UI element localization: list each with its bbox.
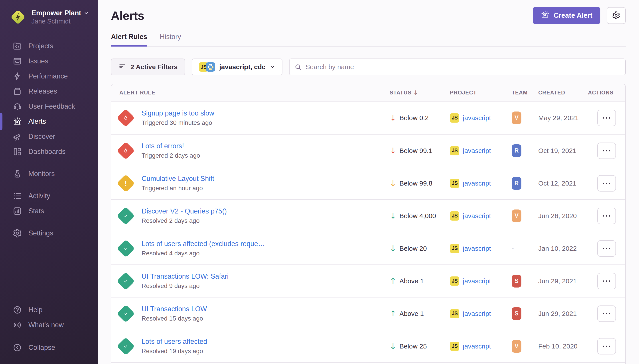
critical-icon bbox=[117, 142, 135, 160]
alert-rule-link[interactable]: Discover V2 - Queries p75() bbox=[142, 207, 227, 215]
sidebar-item-collapse[interactable]: Collapse bbox=[0, 340, 98, 355]
alert-rule-status-text: Resolved 2 days ago bbox=[142, 217, 227, 224]
tab-history[interactable]: History bbox=[160, 33, 181, 46]
javascript-platform-icon: JS bbox=[450, 146, 459, 156]
org-logo bbox=[9, 8, 27, 26]
sidebar-item-issues[interactable]: Issues bbox=[0, 54, 98, 69]
sidebar-item-settings[interactable]: Settings bbox=[0, 226, 98, 241]
alert-rule-link[interactable]: Signup page is too slow bbox=[142, 109, 214, 117]
org-switcher[interactable]: Empower Plant Jane Schmidt bbox=[0, 0, 98, 26]
page-title: Alerts bbox=[111, 9, 144, 22]
table-row bbox=[111, 362, 625, 364]
project-link[interactable]: javascript bbox=[463, 277, 491, 285]
arrow-down-icon: ↓ bbox=[390, 114, 396, 122]
org-name: Empower Plant bbox=[32, 9, 81, 18]
main-content: Alerts Create Alert Alert Rules History bbox=[98, 0, 639, 364]
search-input[interactable] bbox=[289, 58, 626, 75]
sidebar-footer: Help What's new Collapse bbox=[0, 302, 98, 364]
project-link[interactable]: javascript bbox=[463, 342, 491, 350]
alert-rule-link[interactable]: Lots of users affected (excludes reque… bbox=[142, 240, 265, 248]
table-row: UI Transactions LOW: Safari Resolved 9 d… bbox=[111, 264, 625, 297]
chevron-down-icon bbox=[269, 64, 275, 70]
team-none: - bbox=[512, 245, 514, 252]
created-date: Jan 10, 2022 bbox=[538, 245, 588, 252]
created-date: May 29, 2021 bbox=[538, 114, 588, 122]
project-link[interactable]: javascript bbox=[463, 114, 491, 122]
filter-icon bbox=[119, 62, 126, 72]
row-actions-button[interactable] bbox=[597, 208, 616, 224]
sidebar-item-discover[interactable]: Discover bbox=[0, 129, 98, 144]
user-name: Jane Schmidt bbox=[32, 18, 71, 25]
sidebar-item-dashboards[interactable]: Dashboards bbox=[0, 144, 98, 159]
alert-rule-status-text: Resolved 9 days ago bbox=[142, 282, 228, 290]
table-row: Lots of errors! Triggered 2 days ago ↓ B… bbox=[111, 134, 625, 167]
project-link[interactable]: javascript bbox=[463, 245, 491, 252]
siren-icon bbox=[541, 10, 550, 21]
sidebar-item-stats[interactable]: Stats bbox=[0, 204, 98, 218]
row-actions-button[interactable] bbox=[597, 175, 616, 192]
alert-rule-link[interactable]: UI Transactions LOW bbox=[142, 305, 207, 313]
team-avatar: S bbox=[512, 307, 521, 320]
project-link[interactable]: javascript bbox=[463, 147, 491, 154]
status-threshold: Below 20 bbox=[399, 245, 427, 252]
project-link[interactable]: javascript bbox=[463, 310, 491, 318]
discover-icon bbox=[13, 132, 22, 142]
whats-new-icon bbox=[13, 320, 22, 330]
alert-rule-link[interactable]: Cumulative Layout Shift bbox=[142, 174, 214, 183]
sidebar-item-what-s-new[interactable]: What's new bbox=[0, 318, 98, 332]
row-actions-button[interactable] bbox=[597, 306, 616, 322]
project-filter-dropdown[interactable]: JS javascript, cdc bbox=[192, 58, 282, 75]
javascript-platform-icon: JS bbox=[450, 276, 459, 286]
alert-rule-status-text: Resolved 4 days ago bbox=[142, 250, 265, 257]
sidebar-item-monitors[interactable]: Monitors bbox=[0, 166, 98, 181]
tab-alert-rules[interactable]: Alert Rules bbox=[111, 33, 147, 46]
created-date: Jun 29, 2021 bbox=[538, 310, 588, 318]
project-link[interactable]: javascript bbox=[463, 180, 491, 187]
chevron-down-icon bbox=[83, 10, 89, 16]
project-link[interactable]: javascript bbox=[463, 212, 491, 220]
alert-rule-status-text: Resolved 19 days ago bbox=[142, 347, 207, 355]
javascript-platform-icon: JS bbox=[450, 244, 459, 253]
alert-rule-link[interactable]: UI Transactions LOW: Safari bbox=[142, 272, 228, 280]
table-row: Discover V2 - Queries p75() Resolved 2 d… bbox=[111, 199, 625, 232]
sidebar-item-alerts[interactable]: Alerts bbox=[0, 114, 98, 129]
created-date: Feb 10, 2020 bbox=[538, 342, 588, 350]
row-actions-button[interactable] bbox=[597, 110, 616, 126]
sidebar-item-help[interactable]: Help bbox=[0, 302, 98, 318]
create-alert-button[interactable]: Create Alert bbox=[533, 7, 600, 24]
row-actions-button[interactable] bbox=[597, 240, 616, 257]
active-filters-button[interactable]: 2 Active Filters bbox=[111, 58, 185, 75]
status-threshold: Below 99.1 bbox=[399, 147, 432, 154]
alert-rule-link[interactable]: Lots of errors! bbox=[142, 142, 200, 150]
status-threshold: Below 4,000 bbox=[399, 212, 436, 220]
column-team: TEAM bbox=[512, 90, 538, 96]
column-created: CREATED bbox=[538, 90, 588, 96]
column-actions: ACTIONS bbox=[588, 90, 625, 96]
active-indicator bbox=[0, 112, 3, 130]
created-date: Jun 26, 2020 bbox=[538, 212, 588, 220]
gear-icon bbox=[612, 11, 620, 20]
row-actions-button[interactable] bbox=[597, 338, 616, 354]
sidebar-item-user-feedback[interactable]: User Feedback bbox=[0, 99, 98, 114]
team-avatar: V bbox=[512, 210, 521, 222]
team-avatar: V bbox=[512, 340, 521, 353]
alerts-settings-button[interactable] bbox=[607, 7, 626, 24]
team-avatar: R bbox=[512, 177, 521, 190]
created-date: Oct 12, 2021 bbox=[538, 180, 588, 187]
settings-icon bbox=[13, 228, 22, 238]
table-row: ! Cumulative Layout Shift Triggered an h… bbox=[111, 167, 625, 199]
sidebar-item-activity[interactable]: Activity bbox=[0, 188, 98, 204]
column-status[interactable]: STATUS↓ bbox=[390, 89, 450, 96]
alert-rules-table: ALERT RULE STATUS↓ PROJECT TEAM CREATED … bbox=[111, 84, 626, 364]
javascript-platform-icon: JS bbox=[450, 309, 459, 318]
resolved-icon bbox=[117, 337, 135, 355]
created-date: Oct 19, 2021 bbox=[538, 147, 588, 154]
sidebar-item-projects[interactable]: Projects bbox=[0, 38, 98, 54]
resolved-icon bbox=[117, 304, 135, 322]
row-actions-button[interactable] bbox=[597, 273, 616, 289]
alert-rule-link[interactable]: Lots of users affected bbox=[142, 338, 207, 346]
sidebar-item-performance[interactable]: Performance bbox=[0, 69, 98, 84]
sidebar-item-releases[interactable]: Releases bbox=[0, 84, 98, 99]
row-actions-button[interactable] bbox=[597, 142, 616, 159]
help-icon bbox=[13, 305, 22, 315]
